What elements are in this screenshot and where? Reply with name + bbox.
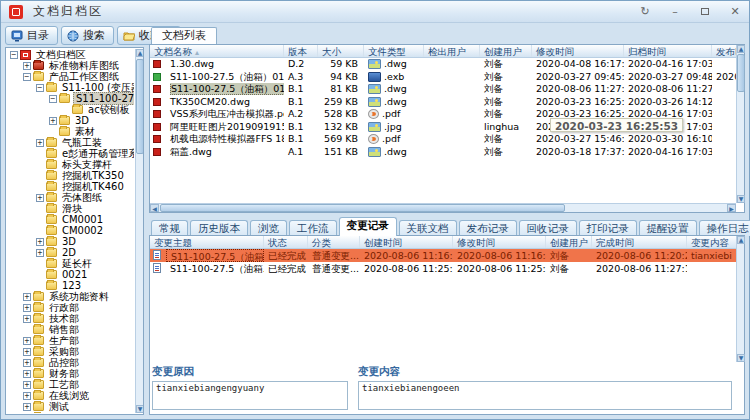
tree-item[interactable]: +采购部 xyxy=(7,346,134,357)
tree-item[interactable]: +品控部 xyxy=(7,357,134,368)
tab-变更记录[interactable]: 变更记录 xyxy=(339,217,397,236)
tree-item[interactable]: −挖掘机TK350 xyxy=(7,170,134,181)
scroll-up-icon[interactable]: ▲ xyxy=(136,49,144,57)
expand-icon[interactable]: + xyxy=(36,194,44,202)
tree-item[interactable]: −素材 xyxy=(7,126,134,137)
expand-icon[interactable]: + xyxy=(23,370,31,378)
tree-item[interactable]: +2D xyxy=(7,247,134,258)
tree-item[interactable]: −123 xyxy=(7,280,134,291)
column-header[interactable]: 版本 xyxy=(284,45,318,57)
column-header[interactable]: 大小 xyxy=(318,45,364,57)
collapse-icon[interactable]: − xyxy=(49,95,57,103)
expand-icon[interactable]: + xyxy=(23,348,31,356)
maximize-icon[interactable] xyxy=(697,4,713,20)
tree-item[interactable]: +气瓶工装 xyxy=(7,137,134,148)
column-header[interactable]: 变更主题 xyxy=(150,236,264,248)
column-header[interactable]: 分类 xyxy=(308,236,360,248)
doclist-vscrollbar[interactable]: ▲ ▼ xyxy=(736,45,744,203)
expand-icon[interactable]: + xyxy=(23,359,31,367)
collapse-icon[interactable]: − xyxy=(10,51,18,59)
tab-打印记录[interactable]: 打印记录 xyxy=(579,220,637,236)
tree-item[interactable]: −CM0001 xyxy=(7,214,134,225)
column-header[interactable]: 修改时间 xyxy=(453,236,546,248)
tab-常规[interactable]: 常规 xyxy=(151,220,188,236)
change-row[interactable]: S11-100-27.5（油箱...已经完成普通变更...2020-08-06 … xyxy=(150,262,744,275)
tree-item[interactable]: +Wika xyxy=(7,412,134,413)
close-icon[interactable]: ✕ xyxy=(727,4,743,20)
expand-icon[interactable]: + xyxy=(23,315,31,323)
tree-item[interactable]: −S11-100-27.5 xyxy=(7,93,134,104)
expand-icon[interactable]: + xyxy=(36,139,44,147)
tree-item[interactable]: +测试 xyxy=(7,401,134,412)
tree-item[interactable]: +系统功能资料 xyxy=(7,291,134,302)
refresh-icon[interactable]: ↻ xyxy=(637,4,653,20)
tree-item[interactable]: −0021 xyxy=(7,269,134,280)
column-header[interactable]: 创建时间 xyxy=(360,236,453,248)
search-button[interactable]: 搜索 xyxy=(61,26,114,45)
tree-item[interactable]: +行政部 xyxy=(7,302,134,313)
tree-item[interactable]: +壳体图纸 xyxy=(7,192,134,203)
expand-icon[interactable]: + xyxy=(23,403,31,411)
expand-icon[interactable]: + xyxy=(23,392,31,400)
scroll-down-icon[interactable]: ▼ xyxy=(737,195,745,203)
directory-button[interactable]: 目录 xyxy=(5,26,58,45)
tree-item[interactable]: −标头支撑杆 xyxy=(7,159,134,170)
tree-item[interactable]: −文档归档区 xyxy=(7,49,134,60)
change-reason-input[interactable]: tianxiebiangengyuany xyxy=(152,381,348,410)
expand-icon[interactable]: + xyxy=(23,293,31,301)
doclist-hscroll-thumb[interactable] xyxy=(160,204,565,212)
tree-item[interactable]: +在线浏览 xyxy=(7,390,134,401)
changes-scrollbar[interactable]: ▲ ▼ xyxy=(736,236,744,362)
tab-关联文档[interactable]: 关联文档 xyxy=(399,220,457,236)
scroll-right-icon[interactable]: ▶ xyxy=(727,204,736,212)
doc-row[interactable]: 1.30.dwgD.259 KB.dwg刘备2020-04-08 16:17:4… xyxy=(150,58,744,71)
expand-icon[interactable]: + xyxy=(23,337,31,345)
tab-document-list[interactable]: 文档列表 xyxy=(151,27,217,44)
tab-历史版本[interactable]: 历史版本 xyxy=(190,220,248,236)
doclist-hscrollbar[interactable]: ◀ ▶ xyxy=(150,203,736,212)
tree-item[interactable]: −销售部 xyxy=(7,324,134,335)
column-header[interactable]: 创建用户 xyxy=(480,45,532,57)
tree-item[interactable]: +3D xyxy=(7,236,134,247)
scroll-down-icon[interactable]: ▼ xyxy=(136,405,144,413)
expand-icon[interactable]: + xyxy=(23,304,31,312)
tree-item[interactable]: −产品工作区图纸 xyxy=(7,71,134,82)
collapse-icon[interactable]: − xyxy=(36,84,44,92)
column-header[interactable]: 文件类型 xyxy=(364,45,424,57)
scroll-up-icon[interactable]: ▲ xyxy=(737,236,745,244)
tree-item[interactable]: −滑块 xyxy=(7,203,134,214)
expand-icon[interactable]: + xyxy=(36,238,44,246)
tree-item[interactable]: +标准物料库图纸 xyxy=(7,60,134,71)
column-header[interactable]: 检出用户 xyxy=(424,45,480,57)
collapse-icon[interactable]: − xyxy=(23,73,31,81)
column-header[interactable]: 修改时间 xyxy=(532,45,624,57)
doc-row[interactable]: 箱盖.dwgA.1151 KB.dwg刘备2020-03-18 17:37:38… xyxy=(150,146,744,159)
tab-浏览[interactable]: 浏览 xyxy=(250,220,287,236)
tree-item[interactable]: +财务部 xyxy=(7,368,134,379)
doc-row[interactable]: TK350CM20.dwgB.1259 KB.dwg刘备2020-03-23 1… xyxy=(150,96,744,109)
scroll-down-icon[interactable]: ▼ xyxy=(737,354,745,362)
expand-icon[interactable]: + xyxy=(36,249,44,257)
tree-scroll-thumb[interactable] xyxy=(136,59,144,154)
doclist-vscroll-thumb[interactable] xyxy=(737,54,745,92)
tab-操作日志[interactable]: 操作日志 xyxy=(699,220,750,236)
minimize-icon[interactable]: – xyxy=(667,4,683,20)
change-row[interactable]: S11-100-27.5（油箱...已经完成普通变更...2020-08-06 … xyxy=(150,249,744,262)
tab-工作流[interactable]: 工作流 xyxy=(289,220,337,236)
column-header[interactable]: 归档时间 xyxy=(624,45,712,57)
tree-item[interactable]: +生产部 xyxy=(7,335,134,346)
doc-row[interactable]: S11-100-27.5（油箱）01.exbA.394 KB.exb刘备2020… xyxy=(150,71,744,84)
tree-scrollbar[interactable]: ▲ ▼ xyxy=(135,49,143,413)
tree-item[interactable]: −CM0002 xyxy=(7,225,134,236)
doc-row[interactable]: 机载电源特性模拟器FFS 181...B.1569 KB.pdf刘备2020-0… xyxy=(150,133,744,146)
expand-icon[interactable]: + xyxy=(23,381,31,389)
column-header[interactable]: 完成时间 xyxy=(592,236,687,248)
tree-item[interactable]: −e彭通开砀管理系统 xyxy=(7,148,134,159)
tree-item[interactable]: −延长杆 xyxy=(7,258,134,269)
expand-icon[interactable]: + xyxy=(23,62,31,70)
expand-icon[interactable]: + xyxy=(49,117,57,125)
column-header[interactable]: 文档名称▴ xyxy=(150,45,284,57)
tab-回收记录[interactable]: 回收记录 xyxy=(519,220,577,236)
tab-发布记录[interactable]: 发布记录 xyxy=(459,220,517,236)
scroll-left-icon[interactable]: ◀ xyxy=(150,204,159,212)
